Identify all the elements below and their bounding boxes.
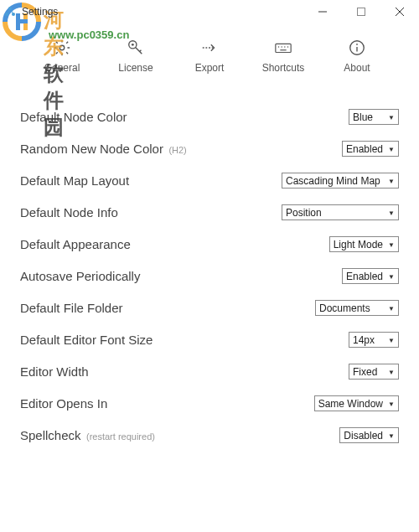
setting-default-appearance: Default Appearance Light Mode bbox=[20, 236, 399, 252]
tab-about[interactable]: About bbox=[328, 39, 386, 74]
tab-shortcuts-label: Shortcuts bbox=[262, 62, 305, 74]
setting-editor-opens-in: Editor Opens In Same Window bbox=[20, 395, 399, 411]
select-editor-width[interactable]: Fixed bbox=[349, 364, 399, 380]
select-default-node-color[interactable]: Blue bbox=[349, 109, 399, 125]
tab-bar: General License Export Shortcuts About bbox=[0, 23, 419, 80]
setting-default-map-layout: Default Map Layout Cascading Mind Map bbox=[20, 173, 399, 189]
select-default-node-info[interactable]: Position bbox=[282, 204, 399, 220]
setting-editor-width: Editor Width Fixed bbox=[20, 364, 399, 380]
window-title: Settings bbox=[22, 6, 58, 18]
svg-point-26 bbox=[356, 44, 358, 45]
key-icon bbox=[127, 39, 145, 57]
select-default-editor-font-size[interactable]: 14px bbox=[349, 332, 399, 348]
setting-label: Default Node Color bbox=[20, 110, 127, 124]
svg-line-7 bbox=[10, 8, 13, 14]
app-icon bbox=[3, 5, 17, 18]
select-autosave-periodically[interactable]: Enabled bbox=[342, 268, 399, 284]
select-editor-opens-in[interactable]: Same Window bbox=[314, 395, 399, 411]
select-default-map-layout[interactable]: Cascading Mind Map bbox=[282, 173, 399, 189]
setting-hint: (restart required) bbox=[86, 431, 155, 442]
setting-spellcheck: Spellcheck (restart required) Disabled bbox=[20, 427, 399, 443]
tab-general[interactable]: General bbox=[33, 39, 91, 74]
tab-about-label: About bbox=[344, 62, 370, 74]
setting-random-new-node-color: Random New Node Color (H2) Enabled bbox=[20, 141, 399, 157]
tab-export[interactable]: Export bbox=[180, 39, 239, 74]
setting-label: Default Appearance bbox=[20, 237, 131, 251]
svg-point-21 bbox=[284, 46, 285, 47]
tab-export-label: Export bbox=[195, 62, 225, 74]
info-icon bbox=[348, 39, 366, 57]
setting-default-editor-font-size: Default Editor Font Size 14px bbox=[20, 332, 399, 348]
tab-license[interactable]: License bbox=[106, 39, 165, 74]
setting-label: Spellcheck bbox=[20, 428, 81, 442]
svg-point-20 bbox=[281, 46, 282, 47]
svg-point-12 bbox=[59, 45, 65, 50]
svg-point-14 bbox=[132, 44, 134, 46]
setting-hint: (H2) bbox=[168, 145, 186, 155]
maximize-button[interactable] bbox=[342, 0, 380, 23]
tab-shortcuts[interactable]: Shortcuts bbox=[254, 39, 313, 74]
select-random-new-node-color[interactable]: Enabled bbox=[342, 141, 399, 157]
svg-point-19 bbox=[278, 46, 279, 47]
svg-line-16 bbox=[140, 50, 142, 52]
svg-rect-18 bbox=[276, 44, 291, 52]
setting-default-node-color: Default Node Color Blue bbox=[20, 109, 399, 125]
settings-list: Default Node Color Blue Random New Node … bbox=[0, 80, 419, 443]
keyboard-icon bbox=[274, 39, 292, 57]
setting-label: Default Editor Font Size bbox=[20, 333, 153, 347]
svg-line-6 bbox=[7, 8, 10, 14]
setting-label: Default File Folder bbox=[20, 301, 123, 315]
setting-autosave-periodically: Autosave Periodically Enabled bbox=[20, 268, 399, 284]
svg-point-22 bbox=[287, 46, 288, 47]
select-spellcheck[interactable]: Disabled bbox=[339, 427, 399, 443]
select-default-file-folder[interactable]: Documents bbox=[315, 300, 399, 316]
setting-default-node-info: Default Node Info Position bbox=[20, 204, 399, 220]
tab-general-label: General bbox=[44, 62, 80, 74]
setting-label: Autosave Periodically bbox=[20, 269, 140, 283]
export-icon bbox=[200, 39, 219, 57]
setting-label: Editor Opens In bbox=[20, 396, 107, 411]
tab-license-label: License bbox=[118, 62, 153, 74]
setting-label: Editor Width bbox=[20, 364, 89, 379]
gear-icon bbox=[53, 39, 71, 57]
setting-label: Default Node Info bbox=[20, 205, 118, 220]
setting-label: Random New Node Color bbox=[20, 142, 163, 156]
select-default-appearance[interactable]: Light Mode bbox=[329, 236, 399, 252]
setting-label: Default Map Layout bbox=[20, 173, 129, 188]
titlebar: Settings bbox=[0, 0, 419, 23]
svg-rect-9 bbox=[358, 8, 365, 16]
minimize-button[interactable] bbox=[303, 0, 342, 23]
close-button[interactable] bbox=[380, 0, 419, 23]
setting-default-file-folder: Default File Folder Documents bbox=[20, 300, 399, 316]
